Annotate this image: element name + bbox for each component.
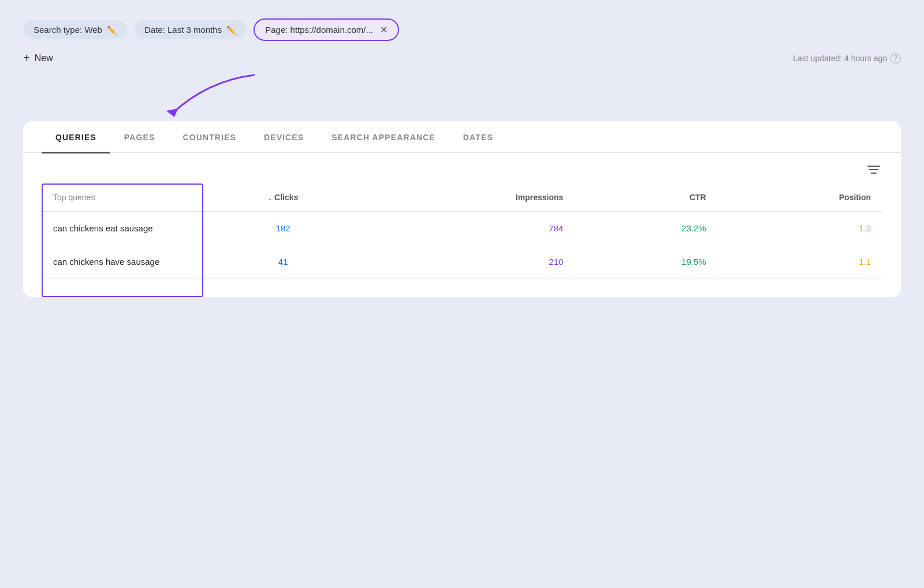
page-filter[interactable]: Page: https://domain.com/... ✕ xyxy=(254,18,399,41)
tab-countries[interactable]: COUNTRIES xyxy=(169,121,250,152)
tabs-bar: QUERIES PAGES COUNTRIES DEVICES SEARCH A… xyxy=(23,121,901,153)
tab-devices[interactable]: DEVICES xyxy=(250,121,318,152)
tab-queries[interactable]: QUERIES xyxy=(42,121,110,152)
impressions-cell-2: 210 xyxy=(363,245,575,279)
impressions-value-2: 210 xyxy=(549,257,563,267)
main-card: QUERIES PAGES COUNTRIES DEVICES SEARCH A… xyxy=(23,121,901,297)
position-value-1: 1.2 xyxy=(859,223,871,233)
th-ctr[interactable]: CTR xyxy=(575,183,717,212)
impressions-header-label: Impressions xyxy=(516,193,563,202)
date-edit-icon[interactable]: ✏️ xyxy=(226,25,236,35)
ctr-cell-2: 19.5% xyxy=(575,245,717,279)
table-header-row: Top queries ↓ Clicks Impressions CTR xyxy=(42,183,882,212)
position-header-label: Position xyxy=(839,193,871,202)
tab-dates[interactable]: DATES xyxy=(449,121,507,152)
table-wrapper: Top queries ↓ Clicks Impressions CTR xyxy=(23,183,901,297)
date-filter[interactable]: Date: Last 3 months ✏️ xyxy=(134,20,247,39)
query-cell-1: can chickens eat sausage xyxy=(42,212,203,245)
last-updated-text: Last updated: 4 hours ago xyxy=(793,54,887,63)
clicks-value-1: 182 xyxy=(276,223,290,233)
search-type-label: Search type: Web xyxy=(33,25,102,35)
last-updated: Last updated: 4 hours ago ? xyxy=(793,53,901,63)
svg-marker-0 xyxy=(166,108,178,117)
filter-bar: Search type: Web ✏️ Date: Last 3 months … xyxy=(23,18,901,41)
filter-lines-icon xyxy=(867,164,880,175)
action-bar: + New Last updated: 4 hours ago ? xyxy=(23,51,901,65)
clicks-value-2: 41 xyxy=(278,257,288,267)
impressions-cell-1: 784 xyxy=(363,212,575,245)
arrow-annotation xyxy=(23,69,901,121)
table-row: can chickens have sausage 41 210 19.5% 1… xyxy=(42,245,882,279)
th-impressions[interactable]: Impressions xyxy=(363,183,575,212)
clicks-header-label: Clicks xyxy=(274,193,298,202)
ctr-header-label: CTR xyxy=(690,193,706,202)
ctr-cell-1: 23.2% xyxy=(575,212,717,245)
search-type-filter[interactable]: Search type: Web ✏️ xyxy=(23,20,127,39)
tab-search-appearance[interactable]: SEARCH APPEARANCE xyxy=(318,121,449,152)
page-label: Page: https://domain.com/... xyxy=(265,25,373,35)
table-filter-row xyxy=(23,153,901,183)
position-cell-1: 1.2 xyxy=(718,212,882,245)
new-button-label: New xyxy=(35,53,53,63)
tab-pages[interactable]: PAGES xyxy=(110,121,169,152)
position-value-2: 1.1 xyxy=(859,257,871,267)
clicks-sort: ↓ Clicks xyxy=(268,193,298,202)
th-top-queries: Top queries xyxy=(42,183,203,212)
data-table: Top queries ↓ Clicks Impressions CTR xyxy=(42,183,882,279)
query-cell-2: can chickens have sausage xyxy=(42,245,203,279)
table-row: can chickens eat sausage 182 784 23.2% 1… xyxy=(42,212,882,245)
top-queries-header-label: Top queries xyxy=(53,193,95,202)
table-filter-button[interactable] xyxy=(865,162,882,179)
impressions-value-1: 784 xyxy=(549,223,563,233)
page-close-icon[interactable]: ✕ xyxy=(380,24,388,35)
ctr-value-1: 23.2% xyxy=(681,223,706,233)
help-icon[interactable]: ? xyxy=(891,53,901,63)
th-position[interactable]: Position xyxy=(718,183,882,212)
plus-icon: + xyxy=(23,51,30,65)
th-clicks[interactable]: ↓ Clicks xyxy=(203,183,363,212)
query-text-2: can chickens have sausage xyxy=(53,257,159,267)
clicks-cell-1: 182 xyxy=(203,212,363,245)
query-text-1: can chickens eat sausage xyxy=(53,223,153,233)
position-cell-2: 1.1 xyxy=(718,245,882,279)
date-label: Date: Last 3 months xyxy=(144,25,222,35)
clicks-sort-arrow: ↓ xyxy=(268,193,272,202)
new-button[interactable]: + New xyxy=(23,51,53,65)
ctr-value-2: 19.5% xyxy=(681,257,706,267)
clicks-cell-2: 41 xyxy=(203,245,363,279)
annotation-arrow-svg xyxy=(92,69,266,121)
search-type-edit-icon[interactable]: ✏️ xyxy=(107,25,117,35)
